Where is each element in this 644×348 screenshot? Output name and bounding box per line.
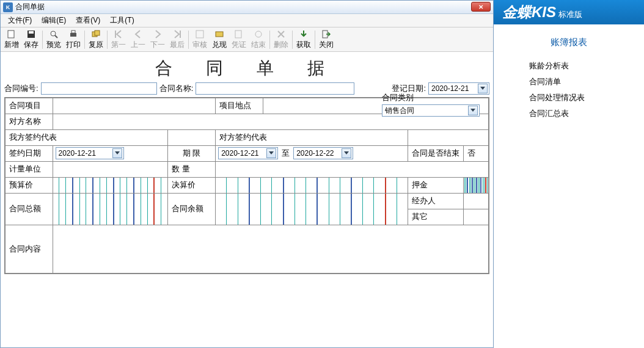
tool-close[interactable]: 关闭 [317, 28, 336, 51]
brand-sub: 标准版 [558, 9, 582, 20]
delete-icon [276, 29, 286, 39]
contract-no-input[interactable] [41, 82, 157, 95]
tool-new[interactable]: 新增 [2, 28, 21, 51]
handler-value[interactable] [464, 193, 489, 209]
sign-date-picker[interactable]: 2020-12-21 [56, 147, 124, 159]
svg-line-4 [55, 35, 57, 38]
svg-rect-0 [8, 31, 14, 38]
qty-value[interactable] [216, 161, 489, 177]
tool-restore[interactable]: 复原 [86, 28, 106, 51]
sign-date-label: 签约日期 [5, 145, 53, 161]
chevron-down-icon[interactable] [468, 106, 478, 115]
menu-edit[interactable]: 编辑(E) [37, 14, 71, 27]
print-icon [68, 29, 78, 39]
close-icon: ✕ [478, 4, 483, 10]
chevron-down-icon[interactable] [112, 148, 122, 158]
tool-preview[interactable]: 预览 [44, 28, 64, 51]
deposit-label: 押金 [408, 177, 464, 193]
menu-view[interactable]: 查看(V) [71, 14, 105, 27]
close-button[interactable]: ✕ [471, 2, 491, 12]
chevron-down-icon[interactable] [266, 148, 276, 158]
other-row-label: 其它 [408, 209, 464, 225]
nav-item-summary[interactable]: 合同汇总表 [529, 106, 638, 121]
total-value[interactable] [53, 193, 168, 225]
tool-cash[interactable]: 兑现 [210, 28, 229, 51]
final-value[interactable] [216, 177, 408, 193]
content-label: 合同内容 [5, 225, 53, 274]
term-from-picker[interactable]: 2020-12-21 [218, 147, 278, 159]
nav-item-list[interactable]: 合同清单 [529, 74, 638, 90]
new-icon [7, 29, 16, 39]
tool-settle: 结束 [249, 28, 268, 51]
last-icon [172, 29, 182, 39]
our-sign-value[interactable] [168, 129, 216, 145]
doc-title: 合 同 单 据 [4, 54, 489, 82]
tool-first: 第一 [109, 28, 128, 51]
other-row-value[interactable] [464, 209, 489, 225]
category-select[interactable]: 销售合同 [382, 104, 480, 117]
tool-audit: 审核 [190, 28, 210, 51]
contract-name-input[interactable] [196, 82, 354, 95]
unit-label: 计量单位 [5, 161, 53, 177]
budget-value[interactable] [53, 177, 168, 193]
save-icon [26, 29, 36, 39]
tool-prev: 上一 [128, 28, 148, 51]
unit-value[interactable] [53, 161, 168, 177]
settle-icon [254, 29, 263, 39]
balance-value[interactable] [216, 193, 408, 225]
qty-label: 数 量 [168, 161, 216, 177]
tool-next: 下一 [148, 28, 167, 51]
project-loc-label: 项目地点 [216, 98, 263, 114]
chevron-down-icon[interactable] [478, 84, 488, 93]
menu-file[interactable]: 文件(F) [3, 14, 37, 27]
term-label: 期 限 [168, 145, 216, 161]
svg-rect-9 [196, 31, 203, 38]
svg-rect-2 [29, 31, 34, 34]
final-label: 决算价 [168, 177, 216, 193]
svg-rect-8 [95, 31, 100, 35]
handler-label: 经办人 [408, 193, 464, 209]
chevron-down-icon[interactable] [342, 148, 351, 158]
nav-item-aging[interactable]: 账龄分析表 [529, 58, 638, 74]
term-to-picker[interactable]: 2020-12-22 [293, 147, 353, 159]
svg-rect-6 [71, 31, 75, 33]
deposit-value[interactable] [464, 177, 489, 193]
voucher-icon [234, 29, 244, 39]
tool-save[interactable]: 保存 [21, 28, 41, 51]
tool-delete: 删除 [271, 28, 291, 51]
right-panel: 金蝶KIS 标准版 账簿报表 账龄分析表 合同清单 合同处理情况表 合同汇总表 [494, 0, 644, 348]
balance-label: 合同余额 [168, 193, 216, 225]
form-table: 合同项目 项目地点 对方名称 我方签约代表 对方签约代表 签约日期 2020-1… [4, 97, 489, 274]
settled-value: 否 [464, 145, 489, 161]
titlebar: K 合同单据 ✕ [1, 1, 493, 14]
menubar: 文件(F) 编辑(E) 查看(V) 工具(T) [1, 14, 493, 27]
brand-main: 金蝶KIS [502, 2, 556, 22]
project-value[interactable] [53, 98, 216, 114]
menu-tool[interactable]: 工具(T) [105, 14, 139, 27]
tool-fetch[interactable]: 获取 [294, 28, 313, 51]
other-sign-value[interactable] [408, 129, 489, 145]
project-label: 合同项目 [5, 98, 53, 114]
toolbar: 新增 保存 预览 打印 复原 第一 上一 下一 最后 审核 兑现 凭证 结束 删… [1, 27, 493, 52]
tool-print[interactable]: 打印 [64, 28, 83, 51]
svg-point-12 [255, 31, 262, 37]
to-label: 至 [282, 148, 290, 159]
svg-rect-5 [70, 33, 76, 37]
svg-rect-11 [235, 31, 241, 38]
other-sign-label: 对方签约代表 [216, 129, 408, 145]
reg-date-picker[interactable]: 2020-12-21 [428, 82, 489, 95]
brand-banner: 金蝶KIS 标准版 [494, 0, 644, 24]
audit-icon [195, 29, 205, 39]
fetch-icon [299, 29, 309, 39]
app-icon: K [3, 2, 13, 12]
window-title: 合同单据 [15, 2, 45, 12]
nav-list: 账龄分析表 合同清单 合同处理情况表 合同汇总表 [500, 58, 638, 121]
contract-no-label: 合同编号: [4, 83, 38, 94]
content-value[interactable] [53, 225, 489, 274]
other-name-label: 对方名称 [5, 114, 53, 129]
nav-item-process[interactable]: 合同处理情况表 [529, 90, 638, 106]
total-label: 合同总额 [5, 193, 53, 225]
contract-name-label: 合同名称: [159, 83, 194, 94]
tool-last: 最后 [167, 28, 187, 51]
restore-icon [91, 29, 101, 39]
